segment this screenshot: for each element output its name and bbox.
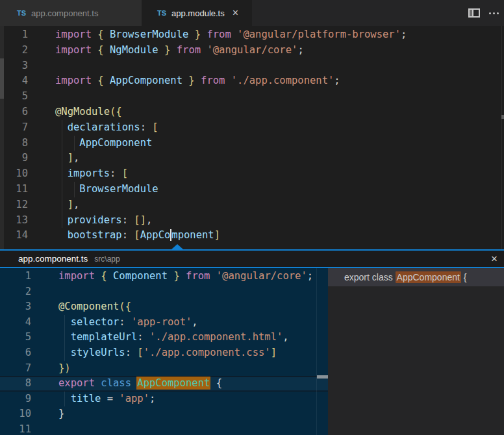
- code-token: ,: [73, 152, 79, 164]
- code-line[interactable]: 12 ],: [0, 197, 504, 213]
- overview-ruler-marker: [317, 375, 328, 379]
- code-line[interactable]: 11 BrowserModule: [0, 182, 504, 197]
- code-token: title: [71, 393, 101, 404]
- code-text: BrowserModule: [28, 182, 158, 197]
- code-line[interactable]: 5: [0, 89, 504, 105]
- code-token: [225, 75, 231, 86]
- reference-match-highlight: AppComponent: [396, 271, 461, 283]
- code-token: [104, 29, 110, 40]
- code-line[interactable]: 3: [0, 58, 504, 74]
- tab-app-module-ts[interactable]: TS app.module.ts ×: [142, 0, 252, 26]
- overview-ruler-marker: [501, 115, 504, 119]
- code-token: [55, 229, 68, 241]
- code-text: templateUrl: './app.component.html',: [31, 330, 289, 345]
- code-token: [231, 29, 237, 40]
- code-token: './app.component.css': [144, 347, 271, 358]
- code-line[interactable]: 9 ],: [0, 151, 504, 166]
- split-editor-icon[interactable]: [468, 8, 480, 18]
- code-line[interactable]: 7 declarations: [: [0, 120, 504, 136]
- code-token: [: [152, 121, 158, 133]
- tab-bar: TS app.component.ts TS app.module.ts ×: [0, 0, 504, 26]
- code-line[interactable]: 14 bootstrap: [AppComponent]: [0, 228, 504, 243]
- code-token: [: [137, 347, 143, 358]
- code-text: declarations: [: [28, 120, 158, 136]
- more-actions-icon[interactable]: [489, 12, 499, 14]
- tab-app-component-ts[interactable]: TS app.component.ts: [0, 0, 142, 26]
- code-token: AppCo: [140, 229, 171, 241]
- typescript-file-icon: TS: [157, 9, 166, 17]
- code-text: [31, 422, 58, 435]
- line-number[interactable]: 7: [0, 361, 31, 377]
- line-number[interactable]: 4: [0, 73, 28, 89]
- code-line[interactable]: 13 providers: [],: [0, 213, 504, 229]
- line-number[interactable]: 9: [0, 392, 31, 407]
- line-number[interactable]: 10: [0, 166, 28, 182]
- code-token: [183, 75, 188, 86]
- line-number[interactable]: 11: [0, 182, 28, 197]
- main-editor[interactable]: 1import { BrowserModule } from '@angular…: [0, 26, 504, 249]
- line-number[interactable]: 12: [0, 197, 28, 213]
- code-token: declarations: [68, 121, 140, 133]
- indent-guide: [74, 136, 75, 151]
- line-number[interactable]: 5: [0, 330, 31, 345]
- line-number[interactable]: 14: [0, 228, 28, 243]
- line-number[interactable]: 4: [0, 315, 31, 330]
- line-number[interactable]: 8: [0, 376, 31, 392]
- indent-guide: [64, 315, 65, 361]
- code-line[interactable]: 2import { NgModule } from '@angular/core…: [0, 43, 504, 58]
- code-token: [: [134, 229, 140, 241]
- left-scrollbar-track: [0, 26, 4, 249]
- reference-item[interactable]: export class AppComponent {: [328, 268, 504, 286]
- code-token: }: [173, 270, 179, 282]
- code-token: ;: [307, 270, 313, 282]
- code-line[interactable]: 2: [0, 284, 328, 300]
- line-number[interactable]: 1: [0, 269, 31, 284]
- line-number[interactable]: 3: [0, 299, 31, 315]
- code-line[interactable]: 8export class AppComponent {: [0, 376, 328, 392]
- peek-close-icon[interactable]: ×: [491, 251, 498, 267]
- code-line[interactable]: 6@NgModule({: [0, 105, 504, 120]
- code-token: './app.component.html': [149, 331, 283, 343]
- peek-editor[interactable]: 1import { Component } from '@angular/cor…: [0, 268, 328, 435]
- overview-ruler: [501, 26, 502, 249]
- code-line[interactable]: 7}): [0, 361, 328, 377]
- code-token: [92, 29, 97, 40]
- code-line[interactable]: 1import { Component } from '@angular/cor…: [0, 269, 328, 284]
- line-number[interactable]: 1: [0, 27, 28, 43]
- code-line[interactable]: 8 AppComponent: [0, 136, 504, 151]
- line-number[interactable]: 3: [0, 58, 28, 74]
- code-line[interactable]: 11: [0, 422, 328, 435]
- tab-close-icon[interactable]: ×: [233, 8, 238, 18]
- code-token: from: [201, 75, 225, 86]
- code-token: {: [101, 270, 107, 282]
- left-scrollbar-thumb[interactable]: [0, 58, 4, 99]
- line-number[interactable]: 9: [0, 151, 28, 166]
- code-line[interactable]: 6 styleUrls: ['./app.component.css']: [0, 345, 328, 361]
- line-number[interactable]: 11: [0, 422, 31, 435]
- code-line[interactable]: 10}: [0, 406, 328, 422]
- code-token: import: [58, 270, 95, 282]
- line-number[interactable]: 8: [0, 136, 28, 151]
- code-line[interactable]: 4 selector: 'app-root',: [0, 315, 328, 330]
- code-token: ;: [401, 29, 407, 40]
- code-line[interactable]: 10 imports: [: [0, 166, 504, 182]
- line-number[interactable]: 6: [0, 105, 28, 120]
- line-number[interactable]: 13: [0, 213, 28, 229]
- line-number[interactable]: 10: [0, 406, 31, 422]
- code-line[interactable]: 4import { AppComponent } from './app.com…: [0, 73, 504, 89]
- code-line[interactable]: 3@Component({: [0, 299, 328, 315]
- line-number[interactable]: 6: [0, 345, 31, 361]
- line-number[interactable]: 2: [0, 284, 31, 300]
- code-token: bootstrap: [68, 229, 122, 241]
- code-token: from: [177, 44, 201, 56]
- code-token: export: [58, 377, 95, 389]
- line-number[interactable]: 5: [0, 89, 28, 105]
- code-line[interactable]: 9 title = 'app';: [0, 392, 328, 407]
- line-number[interactable]: 7: [0, 120, 28, 136]
- indent-guide: [64, 392, 65, 407]
- line-number[interactable]: 2: [0, 43, 28, 58]
- code-line[interactable]: 1import { BrowserModule } from '@angular…: [0, 27, 504, 43]
- code-token: [92, 44, 97, 56]
- code-line[interactable]: 5 templateUrl: './app.component.html',: [0, 330, 328, 345]
- code-token: import: [55, 75, 92, 86]
